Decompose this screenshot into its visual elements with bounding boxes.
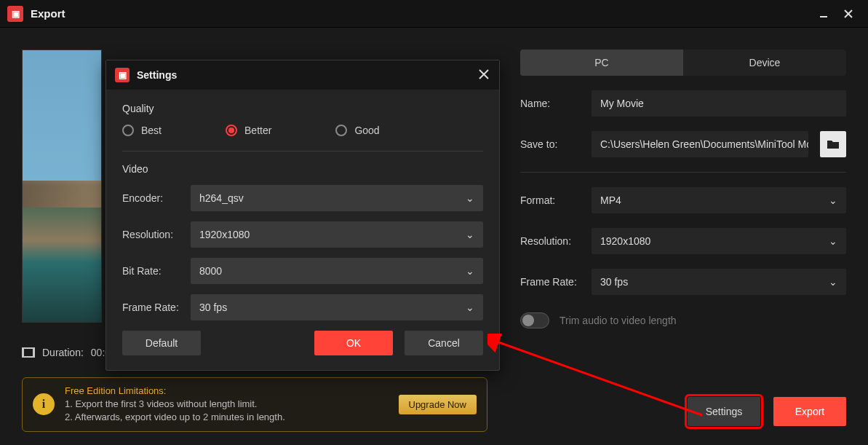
name-label: Name: — [520, 98, 580, 109]
chevron-down-icon: ⌄ — [466, 192, 474, 204]
dlg-resolution-value: 1920x1080 — [199, 229, 250, 240]
default-button[interactable]: Default — [122, 331, 201, 355]
video-thumbnail — [22, 50, 102, 323]
bitrate-label: Bit Rate: — [122, 265, 180, 277]
dlg-framerate-label: Frame Rate: — [122, 302, 180, 313]
name-input[interactable]: My Movie — [592, 90, 846, 117]
format-value: MP4 — [600, 194, 621, 206]
annotation-arrow — [487, 334, 713, 421]
svg-line-5 — [495, 341, 702, 415]
close-window-button[interactable] — [836, 3, 861, 25]
target-tabs: PC Device — [520, 50, 846, 76]
tab-pc[interactable]: PC — [520, 50, 683, 76]
browse-button[interactable] — [820, 131, 846, 157]
quality-better-radio[interactable]: Better — [226, 125, 271, 136]
quality-best-radio[interactable]: Best — [122, 125, 162, 136]
dialog-title: Settings — [137, 69, 177, 81]
chevron-down-icon: ⌄ — [466, 265, 474, 277]
quality-good-label: Good — [354, 125, 379, 136]
tab-device[interactable]: Device — [683, 50, 846, 76]
film-icon — [22, 347, 35, 358]
titlebar: ▣ Export — [0, 0, 868, 28]
bitrate-value: 8000 — [199, 265, 222, 277]
app-icon: ▣ — [7, 6, 23, 22]
dialog-close-button[interactable] — [477, 68, 490, 83]
chevron-down-icon: ⌄ — [829, 235, 837, 247]
framerate-select[interactable]: 30 fps ⌄ — [592, 269, 846, 295]
format-label: Format: — [520, 194, 580, 206]
encoder-value: h264_qsv — [199, 192, 244, 204]
window-title: Export — [31, 7, 65, 20]
chevron-down-icon: ⌄ — [829, 194, 837, 206]
info-icon: i — [33, 393, 55, 415]
minimize-button[interactable] — [811, 3, 836, 25]
resolution-value: 1920x1080 — [600, 235, 650, 247]
notice-line-2: 2. Afterwards, export video up to 2 minu… — [65, 411, 389, 424]
chevron-down-icon: ⌄ — [829, 276, 837, 288]
notice-title: Free Edition Limitations: — [65, 385, 389, 396]
resolution-label: Resolution: — [520, 235, 580, 247]
footer-buttons: Settings Export — [688, 397, 846, 426]
trim-audio-toggle[interactable] — [520, 312, 549, 328]
format-select[interactable]: MP4 ⌄ — [592, 187, 846, 213]
quality-best-label: Best — [141, 125, 162, 136]
settings-button[interactable]: Settings — [688, 397, 760, 426]
framerate-value: 30 fps — [600, 276, 628, 288]
saveto-input[interactable]: C:\Users\Helen Green\Documents\MiniTool … — [592, 131, 808, 157]
app-icon: ▣ — [115, 68, 130, 82]
settings-dialog: ▣ Settings Quality Best Better Go — [105, 60, 500, 371]
resolution-select[interactable]: 1920x1080 ⌄ — [592, 228, 846, 254]
quality-good-radio[interactable]: Good — [335, 125, 379, 136]
encoder-select[interactable]: h264_qsv ⌄ — [191, 185, 483, 211]
encoder-label: Encoder: — [122, 192, 180, 204]
framerate-label: Frame Rate: — [520, 276, 580, 288]
duration-row: Duration: 00:0 — [22, 347, 111, 358]
chevron-down-icon: ⌄ — [466, 302, 474, 313]
bitrate-select[interactable]: 8000 ⌄ — [191, 258, 483, 284]
dlg-resolution-select[interactable]: 1920x1080 ⌄ — [191, 221, 483, 248]
dlg-framerate-value: 30 fps — [199, 302, 227, 313]
main-area: Duration: 00:0 PC Device Name: My Movie … — [0, 28, 868, 445]
chevron-down-icon: ⌄ — [466, 229, 474, 240]
free-edition-notice: i Free Edition Limitations: 1. Export th… — [22, 377, 487, 432]
notice-line-1: 1. Export the first 3 videos without len… — [65, 398, 389, 411]
export-button[interactable]: Export — [773, 397, 846, 426]
export-options-panel: PC Device Name: My Movie Save to: C:\Use… — [520, 50, 846, 328]
dlg-resolution-label: Resolution: — [122, 229, 180, 240]
dlg-framerate-select[interactable]: 30 fps ⌄ — [191, 294, 483, 320]
trim-audio-label: Trim audio to video length — [560, 315, 677, 326]
cancel-button[interactable]: Cancel — [405, 331, 483, 355]
video-section-title: Video — [122, 163, 483, 175]
saveto-label: Save to: — [520, 138, 580, 150]
quality-section-title: Quality — [122, 103, 483, 114]
ok-button[interactable]: OK — [314, 331, 393, 355]
duration-label: Duration: — [42, 347, 84, 358]
upgrade-button[interactable]: Upgrade Now — [399, 395, 477, 414]
quality-better-label: Better — [244, 125, 271, 136]
